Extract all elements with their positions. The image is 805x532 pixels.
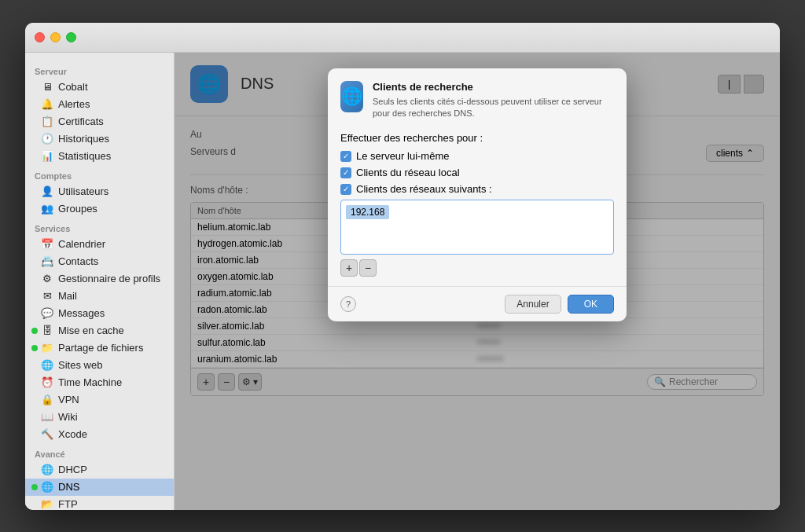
stats-icon: 📊 [41, 150, 53, 163]
history-icon: 🕐 [41, 133, 53, 145]
sidebar-item-xcode[interactable]: 🔨 Xcode [25, 426, 174, 443]
sidebar-item-groupes[interactable]: 👥 Groupes [25, 200, 174, 218]
checkbox-reseau-label: Clients du réseau local [356, 167, 460, 178]
modal-header-text: Clients de recherche Seuls les clients c… [373, 81, 614, 120]
modal-footer: ? Annuler OK [328, 286, 627, 321]
sidebar-item-calendrier[interactable]: 📅 Calendrier [25, 236, 174, 253]
checkbox-reseaux-label: Clients des réseaux suivants : [356, 183, 492, 195]
web-icon: 🌐 [41, 359, 53, 372]
ok-button[interactable]: OK [568, 295, 614, 314]
sidebar-item-mise-en-cache[interactable]: 🗄 Mise en cache [25, 322, 174, 339]
traffic-lights [35, 32, 76, 42]
sidebar-item-time-machine[interactable]: ⏰ Time Machine [25, 374, 174, 391]
sidebar-item-dns[interactable]: 🌐 DNS [25, 479, 174, 496]
remove-client-button[interactable]: − [359, 259, 377, 277]
modal-list-toolbar: + − [340, 259, 614, 277]
sidebar-item-vpn[interactable]: 🔒 VPN [25, 391, 174, 409]
sidebar-item-contacts[interactable]: 📇 Contacts [25, 253, 174, 270]
ftp-icon: 📂 [41, 498, 53, 510]
wiki-icon: 📖 [41, 411, 53, 424]
modal-clients-recherche: 🌐 Clients de recherche Seuls les clients… [328, 68, 627, 322]
sidebar-item-partage[interactable]: 📁 Partage de fichiers [25, 339, 174, 357]
sidebar-item-alertes[interactable]: 🔔 Alertes [25, 96, 174, 113]
checkbox-serveur-label: Le serveur lui-même [356, 150, 450, 162]
sidebar-section-services: Services [25, 218, 174, 236]
clients-input-area[interactable]: 192.168 [340, 200, 614, 255]
sidebar-item-certificats[interactable]: 📋 Certificats [25, 113, 174, 130]
cancel-button[interactable]: Annuler [505, 295, 561, 314]
dhcp-icon: 🌐 [41, 464, 53, 476]
sidebar: Serveur 🖥 Cobalt 🔔 Alertes 📋 Certificats… [25, 53, 175, 510]
sidebar-section-comptes: Comptes [25, 165, 174, 183]
checkbox-reseaux-suivants[interactable]: ✓ Clients des réseaux suivants : [340, 183, 614, 195]
modal-title: Clients de recherche [373, 81, 614, 93]
xcode-icon: 🔨 [41, 428, 53, 441]
sidebar-item-statistiques[interactable]: 📊 Statistiques [25, 148, 174, 165]
titlebar [25, 23, 780, 53]
sidebar-item-mail[interactable]: ✉ Mail [25, 288, 174, 305]
checkbox-reseaux-icon: ✓ [340, 184, 351, 195]
messages-icon: 💬 [41, 307, 53, 320]
cert-icon: 📋 [41, 116, 53, 128]
sidebar-item-ftp[interactable]: 📂 FTP [25, 496, 174, 510]
close-button[interactable] [35, 32, 45, 42]
sidebar-item-sites-web[interactable]: 🌐 Sites web [25, 357, 174, 374]
groups-icon: 👥 [41, 203, 53, 215]
help-button[interactable]: ? [340, 296, 356, 312]
calendar-icon: 📅 [41, 238, 53, 251]
contacts-icon: 📇 [41, 255, 53, 268]
maximize-button[interactable] [66, 32, 76, 42]
sidebar-item-gestionnaire[interactable]: ⚙ Gestionnaire de profils [25, 270, 174, 288]
checkbox-reseau-icon: ✓ [340, 167, 351, 178]
cobalt-icon: 🖥 [41, 81, 53, 94]
profiles-icon: ⚙ [41, 273, 53, 285]
alert-icon: 🔔 [41, 98, 53, 111]
cache-icon: 🗄 [41, 325, 53, 337]
main-window: Serveur 🖥 Cobalt 🔔 Alertes 📋 Certificats… [25, 23, 780, 510]
timemachine-icon: ⏰ [41, 376, 53, 389]
modal-icon: 🌐 [340, 81, 363, 112]
modal-overlay: 🌐 Clients de recherche Seuls les clients… [175, 53, 780, 510]
checkbox-serveur[interactable]: ✓ Le serveur lui-même [340, 150, 614, 162]
vpn-icon: 🔒 [41, 394, 53, 406]
checkbox-serveur-icon: ✓ [340, 151, 351, 162]
status-dot-dns [31, 484, 38, 490]
status-dot-cache [31, 328, 38, 334]
main-area: 🌐 DNS | Au Serveurs d clients [175, 53, 780, 510]
add-client-button[interactable]: + [340, 259, 358, 277]
sidebar-item-dhcp[interactable]: 🌐 DHCP [25, 461, 174, 479]
sidebar-item-utilisateurs[interactable]: 👤 Utilisateurs [25, 183, 174, 200]
modal-header: 🌐 Clients de recherche Seuls les clients… [328, 68, 627, 127]
minimize-button[interactable] [50, 32, 61, 42]
folder-icon: 📁 [41, 342, 53, 354]
sidebar-section-avance: Avancé [25, 443, 174, 461]
modal-section-label: Effectuer des recherches pour : [340, 132, 614, 144]
modal-subtitle: Seuls les clients cités ci-dessous peuve… [373, 96, 614, 120]
mail-icon: ✉ [41, 290, 53, 303]
sidebar-section-serveur: Serveur [25, 61, 174, 79]
dns-icon: 🌐 [41, 481, 53, 493]
checkbox-reseau-local[interactable]: ✓ Clients du réseau local [340, 167, 614, 178]
sidebar-item-wiki[interactable]: 📖 Wiki [25, 409, 174, 426]
sidebar-item-historiques[interactable]: 🕐 Historiques [25, 130, 174, 148]
user-icon: 👤 [41, 185, 53, 198]
sidebar-item-cobalt[interactable]: 🖥 Cobalt [25, 79, 174, 96]
clients-input-value: 192.168 [346, 205, 389, 219]
modal-body: Effectuer des recherches pour : ✓ Le ser… [328, 126, 627, 286]
sidebar-item-messages[interactable]: 💬 Messages [25, 305, 174, 322]
status-dot-partage [31, 345, 38, 351]
